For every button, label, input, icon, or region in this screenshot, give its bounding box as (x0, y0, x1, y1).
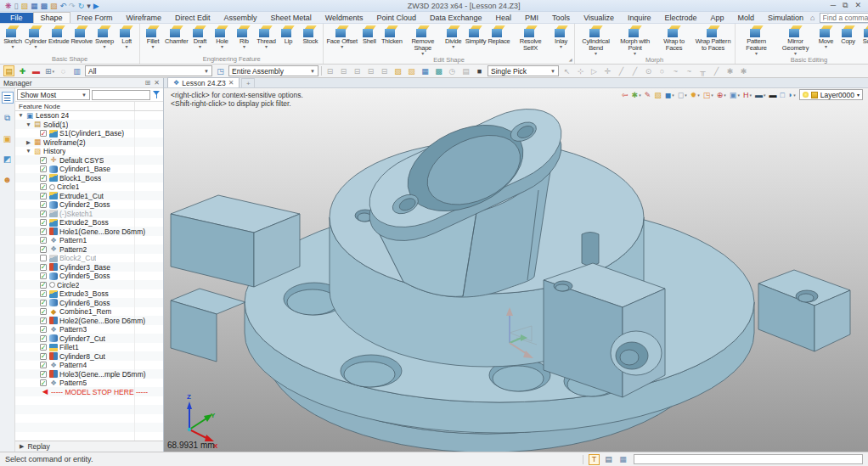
tree-row-solid-1[interactable]: ▼▤Solid(1) (15, 121, 163, 130)
ribbon-shell-button[interactable]: Shell (358, 25, 380, 49)
layer-dropdown[interactable]: Layer0000▾ (799, 89, 863, 100)
arc-3pt-icon[interactable]: ╥ (697, 65, 708, 76)
visual-fan-icon[interactable]: ◗▾ (788, 91, 796, 99)
save-as-icon[interactable]: ▩ (41, 2, 48, 10)
tab-inquire[interactable]: Inquire (621, 13, 658, 23)
tab-direct-edit[interactable]: Direct Edit (168, 13, 217, 23)
tree-row-default-csys[interactable]: ✓✛Default CSYS (15, 156, 163, 166)
line-tool-1-icon[interactable]: ╱ (616, 65, 627, 76)
ribbon-extrude-button[interactable]: Extrude (48, 25, 70, 49)
cad-model[interactable]: Z Y X (164, 88, 868, 452)
visibility-checkbox[interactable]: ✓ (40, 237, 47, 244)
ribbon-sweep-button[interactable]: Sweep▾ (93, 25, 116, 49)
tree-row-circle2[interactable]: ✓Circle2 (15, 281, 163, 290)
pick-style-icon[interactable]: ✱▾ (632, 91, 641, 99)
expand-open-icon[interactable]: ▼ (25, 147, 32, 155)
visibility-checkbox[interactable]: ✓ (40, 219, 47, 226)
ribbon-chamfer-button[interactable]: Chamfer (164, 25, 189, 49)
text-filter-toggle-icon[interactable]: T (589, 454, 600, 465)
tree-row-s1-cylinder1-base[interactable]: ✓S1(Cylinder1_Base) (15, 129, 163, 138)
box-blue-icon[interactable]: ▦ (420, 65, 431, 76)
ref-option-5-icon[interactable]: ⊟ (379, 65, 390, 76)
expand-open-icon[interactable]: ▼ (17, 111, 25, 120)
ref-option-1-icon[interactable]: ⊟ (324, 65, 335, 76)
visibility-checkbox[interactable]: ✓ (40, 353, 47, 360)
visibility-checkbox[interactable]: ✓ (40, 264, 47, 271)
pick-filter-table-icon[interactable]: ⊞▾ (44, 65, 55, 76)
visibility-checkbox[interactable]: ✓ (40, 344, 47, 351)
visibility-checkbox[interactable]: ✓ (40, 308, 47, 315)
tab-shape[interactable]: Shape (33, 12, 70, 23)
add-to-pick-icon[interactable]: ✚ (17, 65, 28, 76)
tree-row-block2-cut[interactable]: Block2_Cut (15, 254, 163, 263)
home-icon[interactable]: ⌂ (810, 14, 814, 22)
ribbon-morph-with-point-button[interactable]: Morph with Point▾ (616, 25, 655, 56)
curve-tool-2-icon[interactable]: ~ (684, 65, 695, 76)
tab-pmi[interactable]: PMI (518, 13, 545, 23)
find-command-input[interactable] (823, 14, 868, 22)
ribbon-replace-button[interactable]: Replace (487, 25, 510, 49)
tree-row-cylinder1-base[interactable]: ✓Cylinder1_Base (15, 165, 163, 174)
document-tab-close-icon[interactable]: ✕ (228, 79, 234, 87)
ribbon-lip-button[interactable]: Lip (277, 25, 299, 49)
zoom-frame-icon[interactable]: ◳▾ (703, 91, 713, 99)
ribbon-cylindrical-bend-button[interactable]: Cylindrical Bend▾ (577, 25, 616, 56)
redo-icon[interactable]: ↷ (69, 2, 76, 10)
shade-blue-icon[interactable]: ◼▾ (665, 91, 674, 99)
tree-row-fillet1[interactable]: ✓Fillet1 (15, 343, 163, 352)
tree-row-pattern2[interactable]: ✓❖Pattern2 (15, 245, 163, 255)
visibility-checkbox[interactable]: ✓ (40, 130, 47, 137)
scope-select[interactable]: Entire Assembly▼ (228, 65, 318, 76)
tab-simulation[interactable]: Simulation (761, 13, 810, 23)
visibility-checkbox[interactable]: ✓ (40, 166, 47, 172)
ribbon-cylinder-button[interactable]: Cylinder▾ (24, 25, 48, 49)
app-logo-icon[interactable]: ❋ (5, 2, 12, 10)
ribbon-move-button[interactable]: Move▾ (815, 25, 837, 49)
ribbon-revolve-button[interactable]: Revolve (70, 25, 93, 49)
pick-statistics-icon[interactable]: ▥ (71, 65, 82, 76)
start-task-icon[interactable]: ▶ (93, 2, 99, 10)
tree-row-cylinder2-boss[interactable]: ✓Cylinder2_Boss (15, 200, 163, 210)
tree-row-combine1-rem[interactable]: ✓◆Combine1_Rem (15, 307, 163, 317)
find-command-box[interactable] (820, 13, 868, 23)
crosshair-icon[interactable]: ✛ (602, 65, 613, 76)
expand-open-icon[interactable]: ▼ (25, 121, 32, 129)
restore-button[interactable]: ⧉ (843, 1, 848, 10)
tab-weldments[interactable]: Weldments (318, 13, 370, 23)
tab-heal[interactable]: Heal (489, 13, 519, 23)
visibility-checkbox[interactable]: ✓ (40, 228, 47, 235)
import-icon[interactable]: ▧ (50, 2, 58, 10)
visibility-checkbox[interactable]: ✓ (40, 183, 47, 190)
manager-close-icon[interactable]: ✕ (154, 79, 160, 87)
tab-mold[interactable]: Mold (731, 13, 762, 23)
visibility-checkbox[interactable]: ✓ (40, 201, 47, 208)
ribbon-copy-button[interactable]: Copy (837, 25, 860, 49)
visibility-checkbox[interactable]: ✓ (40, 246, 47, 253)
tree-row-cylinder8-cut[interactable]: ✓Cylinder8_Cut (15, 352, 163, 362)
tree-row-history[interactable]: ▼▨History (15, 147, 163, 156)
line-tool-3-icon[interactable]: ╱ (711, 65, 722, 76)
tree-row-sketch1[interactable]: ✓(-)Sketch1 (15, 210, 163, 219)
tab-free-form[interactable]: Free Form (70, 13, 120, 23)
visibility-checkbox[interactable]: ✓ (40, 362, 47, 368)
tree-row-cylinder5-boss[interactable]: ✓Cylinder5_Boss (15, 272, 163, 281)
ribbon-remove-shape-button[interactable]: Remove Shape▾ (403, 25, 442, 56)
tree-row-hole2-gene-bore-d6mm[interactable]: ✓Hole2(Gene...Bore D6mm) (15, 317, 163, 326)
role-tab[interactable]: ☻ (2, 173, 14, 185)
close-button[interactable]: ✕ (854, 1, 861, 10)
visibility-checkbox[interactable]: ✓ (40, 211, 47, 217)
black-strip-icon[interactable]: ▬ (769, 91, 776, 99)
status-input[interactable] (634, 454, 863, 464)
ribbon-rib-button[interactable]: Rib▾ (233, 25, 255, 49)
visibility-checkbox[interactable]: ✓ (40, 335, 47, 342)
new-document-tab[interactable]: + (241, 78, 255, 87)
tree-search-input[interactable] (92, 90, 150, 100)
tab-file[interactable]: File (0, 13, 33, 23)
visual-manager-tab[interactable]: ▣ (2, 132, 14, 144)
visibility-checkbox[interactable]: ✓ (40, 326, 47, 333)
hand-pick-1-icon[interactable]: ✱ (724, 65, 736, 76)
tree-row-extrude1-cut[interactable]: ✓Extrude1_Cut (15, 192, 163, 201)
display-toggle-icon[interactable]: ▤ (603, 454, 614, 465)
render-monitor-icon[interactable]: ▬▾ (755, 91, 766, 99)
manager-float-icon[interactable]: ⊞ (145, 79, 151, 87)
